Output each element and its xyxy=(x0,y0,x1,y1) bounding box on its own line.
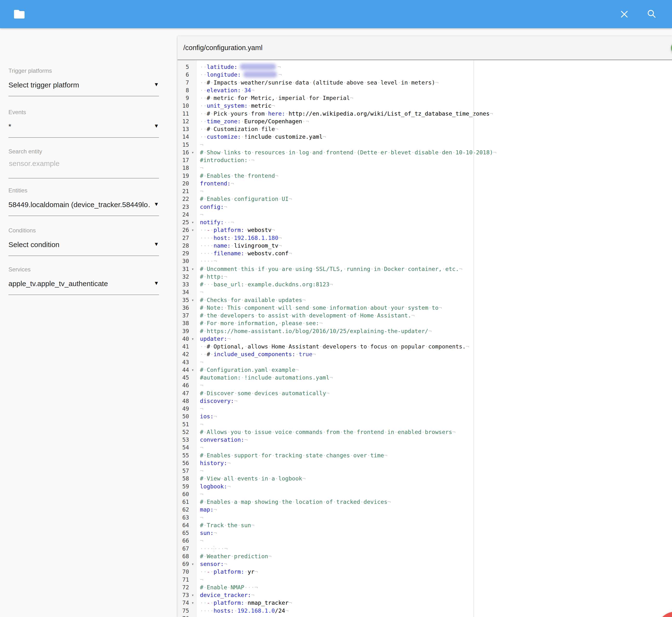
code-line[interactable]: 21¬ xyxy=(178,187,672,195)
code-line[interactable]: 42··#·include_used_components:·true¬ xyxy=(178,351,672,358)
code-line[interactable]: 38#·For·more·information,·please·see:¬ xyxy=(178,319,672,327)
code-line[interactable]: 41··#·Optional,·allows·Home·Assistant·de… xyxy=(178,343,672,351)
code-line[interactable]: 75····hosts:·192.168.1.0/24¬ xyxy=(178,607,672,615)
fold-arrow-icon[interactable]: ▾ xyxy=(189,591,196,599)
code-line[interactable]: 32#·http:¬ xyxy=(178,273,672,280)
dropdown-arrow-icon[interactable]: ▼ xyxy=(154,123,159,129)
code-line[interactable]: 25▾notify:··¬ xyxy=(178,218,672,226)
code-line[interactable]: 40▾updater:¬ xyxy=(178,335,672,343)
code-line[interactable]: 55#·Enables·support·for·tracking·state·c… xyxy=(178,451,672,459)
fold-arrow-icon[interactable]: ▾ xyxy=(189,335,196,343)
code-line[interactable]: 19#·Enables·the·frontend¬ xyxy=(178,172,672,180)
code-line[interactable]: 71¬ xyxy=(178,576,672,584)
fold-arrow-icon[interactable]: ▾ xyxy=(189,149,196,156)
code-line[interactable]: 51¬ xyxy=(178,420,672,428)
fold-arrow-icon[interactable]: ▾ xyxy=(189,560,196,568)
code-line[interactable]: 50ios:¬ xyxy=(178,413,672,420)
code-line[interactable]: 72#·Enable·NMAP···¬ xyxy=(178,584,672,591)
code-line[interactable]: 20frontend:¬ xyxy=(178,180,672,187)
search-entity-input[interactable] xyxy=(8,159,159,168)
line-number: 73 xyxy=(178,591,189,599)
code-line[interactable]: 29····filename:·webostv.conf¬ xyxy=(178,249,672,257)
code-line[interactable]: 36#·Note:·This·component·will·send·some·… xyxy=(178,304,672,312)
code-line[interactable]: 33#···base_url:·example.duckdns.org:8123… xyxy=(178,280,672,288)
code-line[interactable]: 35▾#·Checks·for·available·updates¬ xyxy=(178,296,672,304)
code-line[interactable]: 66¬ xyxy=(178,537,672,545)
code-line[interactable]: 28····name:·livingroom_tv¬ xyxy=(178,242,672,249)
line-number: 7 xyxy=(178,79,189,86)
code-editor[interactable]: 5··latitude:¬6··longitude:¬7··#·Impacts·… xyxy=(178,60,672,617)
code-line[interactable]: 44▾#·Configuration.yaml·example¬ xyxy=(178,366,672,374)
entities-select[interactable]: 58449.localdomain (device_tracker.58449l… xyxy=(8,201,159,209)
dropdown-arrow-icon[interactable]: ▼ xyxy=(154,81,159,88)
code-line[interactable]: 54¬ xyxy=(178,444,672,451)
code-line[interactable]: 76¬ xyxy=(178,615,672,617)
code-line[interactable]: 17#introduction:·¬ xyxy=(178,156,672,164)
code-line[interactable]: 30····¬ xyxy=(178,257,672,265)
close-icon[interactable] xyxy=(617,6,632,22)
code-line[interactable]: 69▾sensor:¬ xyxy=(178,560,672,568)
fold-arrow-icon[interactable]: ▾ xyxy=(189,265,196,273)
code-line[interactable]: 7··#·Impacts·weather/sunrise·data·(altit… xyxy=(178,79,672,86)
code-line[interactable]: 43¬ xyxy=(178,358,672,366)
code-line[interactable]: 26▾··-·platform:·webostv¬ xyxy=(178,226,672,234)
code-line[interactable]: 11··#·Pick·yours·from·here:·http://en.wi… xyxy=(178,110,672,118)
code-line[interactable]: 59logbook:¬ xyxy=(178,483,672,490)
code-line[interactable]: 14··customize:·!include·customize.yaml¬ xyxy=(178,133,672,141)
code-line[interactable]: 13··#·Customization·file¬ xyxy=(178,125,672,133)
code-line[interactable]: 23config:¬ xyxy=(178,203,672,211)
code-line[interactable]: 8··elevation:·34¬ xyxy=(178,86,672,94)
dropdown-arrow-icon[interactable]: ▼ xyxy=(154,280,159,286)
fold-arrow-icon[interactable]: ▾ xyxy=(189,218,196,226)
code-line[interactable]: 24¬ xyxy=(178,211,672,218)
code-line[interactable]: 56history:¬ xyxy=(178,459,672,467)
code-line[interactable]: 57¬ xyxy=(178,467,672,475)
code-line[interactable]: 16▾#·Show·links·to·resources·in·log·and·… xyxy=(178,149,672,156)
code-line[interactable]: 34¬ xyxy=(178,288,672,296)
code-line[interactable]: 18¬ xyxy=(178,164,672,172)
dropdown-arrow-icon[interactable]: ▼ xyxy=(154,201,159,207)
code-line[interactable]: 58#·View·all·events·in·a·logbook¬ xyxy=(178,475,672,482)
code-line[interactable]: 52#·Allows·you·to·issue·voice·commands·f… xyxy=(178,428,672,436)
fold-arrow-icon[interactable]: ▾ xyxy=(189,599,196,607)
code-line[interactable]: 64#·Track·the·sun¬ xyxy=(178,522,672,529)
code-line[interactable]: 49¬ xyxy=(178,405,672,413)
code-line[interactable]: 74▾··-·platform:·nmap_tracker¬ xyxy=(178,599,672,607)
code-line[interactable]: 10··unit_system:·metric¬ xyxy=(178,102,672,110)
code-line[interactable]: 46¬ xyxy=(178,382,672,389)
code-line[interactable]: 62map:¬ xyxy=(178,506,672,513)
dropdown-arrow-icon[interactable]: ▼ xyxy=(154,241,159,247)
code-line[interactable]: 68#·Weather·prediction¬ xyxy=(178,553,672,560)
code-line[interactable]: 22#·Enables·configuration·UI¬ xyxy=(178,195,672,203)
line-number: 33 xyxy=(178,280,189,288)
code-line[interactable]: 65sun:¬ xyxy=(178,529,672,537)
services-select[interactable]: apple_tv.apple_tv_authenticate ▼ xyxy=(8,279,159,288)
code-line[interactable]: 47#·Discover·some·devices·automatically¬ xyxy=(178,389,672,397)
code-line[interactable]: 31▾#·Uncomment·this·if·you·are·using·SSL… xyxy=(178,265,672,273)
code-line[interactable]: 27····host:·192.168.1.180¬ xyxy=(178,234,672,242)
search-icon[interactable] xyxy=(644,6,659,22)
code-line[interactable]: 6··longitude:¬ xyxy=(178,71,672,78)
code-line[interactable]: 39#·https://home-assistant.io/blog/2016/… xyxy=(178,327,672,335)
code-line[interactable]: 48discovery:¬ xyxy=(178,397,672,405)
fold-arrow-icon[interactable]: ▾ xyxy=(189,296,196,304)
code-line[interactable]: 67·······¬ xyxy=(178,545,672,553)
fold-arrow-icon[interactable]: ▾ xyxy=(189,366,196,374)
code-line[interactable]: 45#automation:·!include·automations.yaml… xyxy=(178,374,672,382)
events-select[interactable]: * ▼ xyxy=(8,122,159,131)
code-line[interactable]: 9··#·metric·for·Metric,·imperial·for·Imp… xyxy=(178,94,672,102)
code-line[interactable]: 60¬ xyxy=(178,490,672,498)
code-line[interactable]: 61#·Enables·a·map·showing·the·location·o… xyxy=(178,498,672,506)
folder-icon[interactable] xyxy=(14,9,25,19)
code-line[interactable]: 73▾device_tracker:¬ xyxy=(178,591,672,599)
code-line[interactable]: 70··-·platform:·yr¬ xyxy=(178,568,672,576)
code-line[interactable]: 12··time_zone:·Europe/Copenhagen·¬ xyxy=(178,118,672,125)
fold-arrow-icon[interactable]: ▾ xyxy=(189,226,196,234)
code-line[interactable]: 37#·the·developers·to·assist·with·develo… xyxy=(178,312,672,319)
trigger-platform-select[interactable]: Select trigger platform ▼ xyxy=(8,81,159,89)
conditions-select[interactable]: Select condition ▼ xyxy=(8,241,159,249)
code-line[interactable]: 53conversation:¬ xyxy=(178,436,672,444)
code-line[interactable]: 5··latitude:¬ xyxy=(178,63,672,71)
code-line[interactable]: 15¬ xyxy=(178,141,672,149)
code-line[interactable]: 63¬ xyxy=(178,514,672,522)
